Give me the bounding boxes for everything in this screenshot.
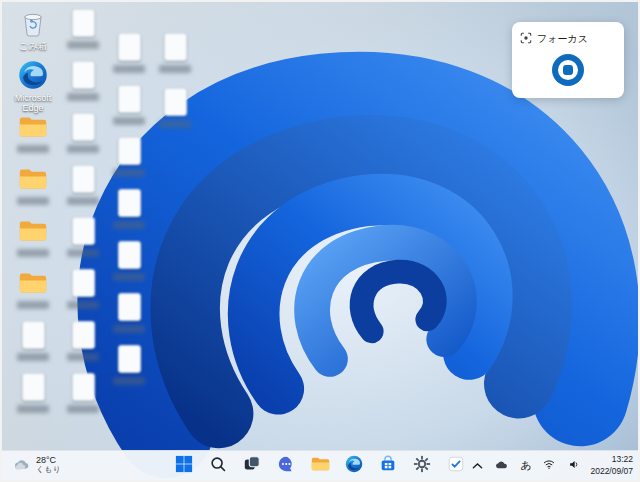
blurred-label: [17, 353, 49, 361]
windows-logo-icon: [175, 455, 193, 476]
file-explorer-button[interactable]: [305, 453, 335, 479]
store-button[interactable]: [373, 453, 403, 479]
blurred-label: [113, 65, 145, 73]
blurred-label: [113, 117, 145, 125]
blurred-label: [67, 405, 99, 413]
desktop-icon-recycle-bin[interactable]: ごみ箱: [10, 8, 56, 51]
network-button[interactable]: [540, 456, 558, 475]
system-tray: あ 13:22 2022/09/0: [470, 451, 633, 480]
blurred-label: [159, 120, 191, 128]
cloudy-weather-icon: [13, 457, 31, 475]
desktop-icon-file[interactable]: [60, 320, 106, 361]
desktop-icon-file[interactable]: [106, 240, 152, 281]
blurred-label: [67, 249, 99, 257]
checklist-icon: [447, 455, 465, 476]
desktop-icon-file[interactable]: [10, 320, 56, 361]
gear-icon: [413, 455, 431, 476]
desktop-icon-file[interactable]: [60, 216, 106, 257]
clock-time: 13:22: [590, 454, 633, 465]
weather-condition: くもり: [36, 466, 61, 475]
edge-button[interactable]: [339, 453, 369, 479]
file-icon: [72, 60, 95, 90]
file-icon: [118, 32, 141, 62]
edge-browser-icon: [345, 455, 363, 476]
desktop-icon-file[interactable]: [106, 84, 152, 125]
desktop-icon-edge[interactable]: Microsoft Edge: [10, 60, 56, 114]
file-icon: [22, 372, 45, 402]
file-icon: [118, 188, 141, 218]
file-icon: [72, 216, 95, 246]
desktop-icon-file[interactable]: [60, 164, 106, 205]
blurred-label: [113, 325, 145, 333]
file-icon: [72, 268, 95, 298]
settings-button[interactable]: [407, 453, 437, 479]
folder-icon: [18, 112, 48, 142]
file-icon: [118, 292, 141, 322]
desktop-icon-file[interactable]: [106, 32, 152, 73]
todo-app-button[interactable]: [441, 453, 471, 479]
desktop-icon-folder[interactable]: [10, 216, 56, 257]
focus-target-icon: [520, 30, 532, 48]
focus-ring: [558, 60, 578, 80]
desktop-icon-file[interactable]: [152, 32, 198, 73]
wifi-icon: [542, 458, 556, 473]
search-icon: [209, 455, 227, 476]
blurred-label: [67, 41, 99, 49]
file-icon: [118, 240, 141, 270]
desktop-icon-file[interactable]: [106, 344, 152, 385]
search-button[interactable]: [203, 453, 233, 479]
blurred-label: [17, 145, 49, 153]
desktop-icon-file[interactable]: [60, 268, 106, 309]
windows-desktop: ごみ箱Microsoft Edge フォーカス: [0, 0, 640, 482]
desktop-icon-file[interactable]: [152, 87, 198, 128]
blurred-label: [17, 249, 49, 257]
chat-button[interactable]: [271, 453, 301, 479]
blurred-label: [17, 405, 49, 413]
folder-icon: [18, 164, 48, 194]
onedrive-button[interactable]: [492, 456, 511, 475]
file-icon: [22, 320, 45, 350]
blurred-label: [67, 145, 99, 153]
desktop-icon-file[interactable]: [10, 372, 56, 413]
focus-start-button[interactable]: [552, 54, 584, 86]
edge-icon: [18, 60, 48, 90]
taskbar-center-buttons: [169, 451, 471, 480]
blurred-label: [113, 169, 145, 177]
desktop-icon-folder[interactable]: [10, 268, 56, 309]
desktop-icon-file[interactable]: [106, 136, 152, 177]
chevron-up-icon: [472, 458, 483, 473]
ime-indicator[interactable]: あ: [518, 456, 533, 475]
focus-title: フォーカス: [537, 32, 588, 46]
file-icon: [72, 164, 95, 194]
volume-button[interactable]: [565, 456, 583, 476]
taskbar: 28°C くもり: [2, 450, 638, 480]
file-icon: [72, 372, 95, 402]
blurred-label: [67, 93, 99, 101]
focus-card: フォーカス: [512, 22, 624, 98]
file-icon: [72, 112, 95, 142]
clock[interactable]: 13:22 2022/09/07: [590, 454, 633, 476]
desktop-icon-file[interactable]: [60, 60, 106, 101]
blurred-label: [67, 197, 99, 205]
blurred-label: [67, 301, 99, 309]
desktop-icon-file[interactable]: [106, 292, 152, 333]
blurred-label: [113, 273, 145, 281]
store-bag-icon: [379, 455, 397, 476]
desktop-icon-file[interactable]: [60, 372, 106, 413]
file-icon: [118, 344, 141, 374]
desktop-icon-folder[interactable]: [10, 164, 56, 205]
desktop-icon-file[interactable]: [60, 112, 106, 153]
file-icon: [118, 84, 141, 114]
desktop-icon-file[interactable]: [106, 188, 152, 229]
weather-widget[interactable]: 28°C くもり: [8, 451, 66, 480]
tray-overflow-button[interactable]: [470, 456, 485, 475]
speaker-icon: [567, 458, 581, 474]
desktop-icon-folder[interactable]: [10, 112, 56, 153]
file-icon: [164, 32, 187, 62]
file-icon: [72, 8, 95, 38]
blurred-label: [17, 301, 49, 309]
blurred-label: [67, 353, 99, 361]
desktop-icon-file[interactable]: [60, 8, 106, 49]
task-view-button[interactable]: [237, 453, 267, 479]
start-button[interactable]: [169, 453, 199, 479]
